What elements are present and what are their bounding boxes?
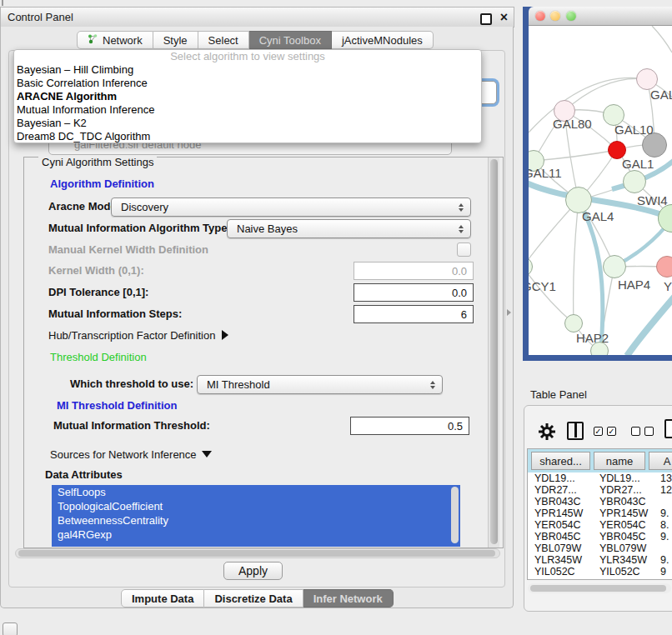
combo-arrows-icon	[459, 203, 464, 212]
panel-splitter-handle[interactable]	[507, 309, 511, 316]
table-row[interactable]: YBR045CYBR045C9.	[528, 531, 672, 542]
mi-steps-field[interactable]: 6	[354, 305, 474, 323]
column-header-shared-[interactable]: shared...	[531, 452, 590, 470]
scrollbar-thumb[interactable]	[490, 159, 498, 544]
mi-algorithm-type-combo[interactable]: Naive Bayes	[227, 219, 471, 238]
unchecked-checkbox-icon[interactable]	[631, 427, 640, 436]
table-row[interactable]: YBR043CYBR043C	[528, 496, 672, 508]
attribute-item-topologicalcoefficient[interactable]: TopologicalCoefficient	[52, 499, 460, 513]
mac-zoom-icon[interactable]	[566, 11, 576, 21]
cell-shared-name: YDR27...	[534, 484, 592, 496]
sources-title-text: Sources for Network Inference	[50, 448, 197, 461]
combo-arrows-icon	[459, 225, 464, 233]
settings-horizontal-scrollbar[interactable]	[15, 548, 500, 558]
which-threshold-value: MI Threshold	[207, 378, 270, 391]
cell-shared-name: YBL079W	[534, 542, 592, 554]
cell-shared-name: YBR043C	[534, 496, 592, 508]
scrollbar-thumb[interactable]	[530, 585, 666, 592]
attribute-item-selfloops[interactable]: SelfLoops	[52, 485, 460, 499]
data-attributes-list[interactable]: SelfLoopsTopologicalCoefficientBetweenne…	[52, 485, 460, 547]
network-node[interactable]	[564, 314, 583, 332]
cyni-bottom-tabs: Impute DataDiscretize DataInfer Network	[121, 589, 394, 608]
which-threshold-combo[interactable]: MI Threshold	[197, 375, 443, 394]
apply-button[interactable]: Apply	[223, 562, 283, 580]
table-row[interactable]: YER054CYER054C8.	[528, 519, 672, 531]
tab-select[interactable]: Select	[198, 31, 249, 49]
column-header-name[interactable]: name	[594, 452, 645, 470]
network-canvas[interactable]: GALGAL80GAL10GAL1GAL11SWI4GAL4GCY1HAP4YH…	[529, 26, 672, 355]
cell-name: YIL052C	[592, 566, 653, 578]
network-node[interactable]	[656, 256, 672, 278]
tab-label: Style	[163, 34, 188, 47]
table-row[interactable]: YDL19...YDL19...13	[528, 472, 672, 484]
tab-network[interactable]: Network	[77, 31, 153, 49]
unchecked-checkbox-icon[interactable]	[644, 427, 654, 436]
algorithm-option-mutual-information-inference[interactable]: Mutual Information Inference	[14, 103, 481, 117]
algorithm-option-bayesian-hill-climbing[interactable]: Bayesian – Hill Climbing	[14, 63, 481, 77]
tab-impute-data[interactable]: Impute Data	[121, 589, 204, 608]
list-scrollbar[interactable]	[451, 487, 459, 543]
mac-close-icon[interactable]	[535, 11, 545, 21]
dpi-tolerance-field[interactable]: 0.0	[354, 283, 474, 302]
tab-infer-network[interactable]: Infer Network	[303, 589, 394, 608]
aracne-mode-value: Discovery	[121, 201, 168, 213]
manual-kernel-width-checkbox[interactable]	[457, 242, 471, 257]
algorithm-option-basic-correlation-inference[interactable]: Basic Correlation Inference	[14, 77, 481, 90]
column-header-a[interactable]: A	[649, 452, 672, 470]
cell-value	[653, 496, 660, 508]
table-horizontal-scrollbar[interactable]	[528, 583, 671, 593]
scrollbar-thumb[interactable]	[18, 550, 495, 557]
cell-value: 13	[653, 472, 672, 484]
float-window-icon[interactable]	[480, 13, 492, 25]
gear-icon[interactable]	[538, 422, 556, 441]
mi-threshold-field[interactable]: 0.5	[350, 417, 469, 435]
attribute-item-betweennesscentrality[interactable]: BetweennessCentrality	[52, 513, 460, 528]
node-table[interactable]: shared...nameA YDL19...YDL19...13YDR27..…	[527, 448, 672, 580]
network-node[interactable]	[623, 170, 646, 193]
table-row[interactable]: YIL052CYIL052C9	[528, 566, 672, 578]
settings-vertical-scrollbar[interactable]	[488, 158, 499, 548]
tab-cyni-toolbox[interactable]: Cyni Toolbox	[249, 31, 332, 49]
tab-jactivemnodules[interactable]: jActiveMNodules	[332, 31, 434, 49]
table-row[interactable]: YDR27...YDR27...12	[528, 484, 672, 496]
cell-value: 9.	[653, 554, 669, 566]
algorithm-option-aracne-algorithm[interactable]: ARACNE Algorithm	[14, 90, 481, 103]
sources-group-title[interactable]: Sources for Network Inference	[47, 448, 215, 461]
tab-discretize-data[interactable]: Discretize Data	[204, 589, 303, 608]
kernel-width-field[interactable]: 0.0	[354, 262, 474, 280]
checked-checkbox-icon[interactable]: ✓	[594, 427, 603, 436]
control-panel-title: Control Panel	[8, 11, 73, 23]
kernel-width-label: Kernel Width (0,1):	[48, 264, 144, 277]
attribute-item-partial[interactable]	[52, 542, 460, 547]
threshold-definition-title: Threshold Definition	[47, 351, 150, 363]
checked-checkbox-icon[interactable]: ✓	[607, 427, 616, 436]
cell-shared-name: YLR345W	[534, 554, 592, 566]
table-row[interactable]: YPR145WYPR145W9.	[528, 508, 672, 519]
aracne-mode-combo[interactable]: Discovery	[111, 198, 471, 217]
mac-minimize-icon[interactable]	[550, 11, 560, 21]
algorithm-dropdown-popup: Select algorithm to view settings Bayesi…	[13, 49, 482, 143]
hub-definition-toggle[interactable]: Hub/Transcription Factor Definition	[48, 329, 228, 342]
algorithm-option-dream8-dc-tdc-algorithm[interactable]: Dream8 DC_TDC Algorithm	[14, 130, 481, 143]
table-row[interactable]: YLR345WYLR345W9.	[528, 554, 672, 566]
document-icon[interactable]	[664, 419, 672, 438]
cell-value: 9.	[653, 508, 669, 519]
which-threshold-label: Which threshold to use:	[70, 378, 193, 390]
table-panel-title: Table Panel	[530, 388, 587, 401]
network-node[interactable]	[603, 255, 626, 278]
hub-definition-label: Hub/Transcription Factor Definition	[48, 329, 215, 342]
tab-style[interactable]: Style	[153, 31, 198, 49]
algorithm-option-bayesian-k2[interactable]: Bayesian – K2	[14, 117, 481, 130]
attribute-item-gal4rgexp[interactable]: gal4RGexp	[52, 528, 460, 542]
close-icon[interactable]: ×	[500, 10, 508, 25]
mi-threshold-label: Mutual Information Threshold:	[53, 419, 210, 432]
table-row[interactable]: YBL079WYBL079W	[528, 542, 672, 554]
split-columns-icon[interactable]	[567, 422, 584, 440]
cell-value	[653, 542, 660, 554]
node-label-gcy1: GCY1	[529, 279, 556, 293]
cell-name: YPR145W	[592, 508, 653, 519]
algorithm-popup-items: Bayesian – Hill ClimbingBasic Correlatio…	[14, 63, 481, 143]
network-window-titlebar[interactable]	[529, 7, 672, 26]
collapsed-panel-icon[interactable]	[3, 622, 18, 635]
algorithm-popup-placeholder: Select algorithm to view settings	[14, 50, 481, 63]
